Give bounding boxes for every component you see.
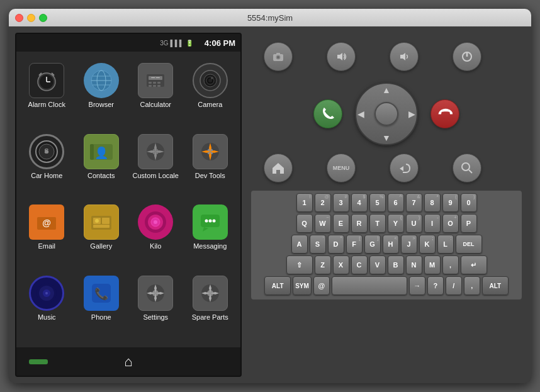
kb-c[interactable]: C <box>351 255 368 274</box>
kb-1[interactable]: 1! <box>296 193 313 212</box>
kb-n[interactable]: N <box>406 255 422 274</box>
kb-8[interactable]: 8* <box>424 193 441 212</box>
kb-4[interactable]: 4$ <box>351 193 368 212</box>
kb-o[interactable]: O+ <box>442 214 459 233</box>
kb-u[interactable]: U} <box>406 214 422 233</box>
top-control-row <box>251 36 522 77</box>
kb-l[interactable]: L: <box>437 235 454 254</box>
app-custom-locale[interactable]: Custom Locale <box>128 129 183 200</box>
kb-j[interactable]: J> <box>401 235 417 254</box>
kb-q[interactable]: Q <box>296 214 313 233</box>
power-button[interactable] <box>453 42 481 71</box>
app-label-messaging: Messaging <box>193 242 227 250</box>
call-button[interactable] <box>313 99 342 128</box>
search-button[interactable] <box>453 154 481 182</box>
app-messaging[interactable]: Messaging <box>183 199 238 271</box>
app-settings[interactable]: Settings <box>128 271 183 342</box>
kb-space[interactable] <box>332 276 407 295</box>
end-call-button[interactable] <box>430 99 459 128</box>
svg-rect-17 <box>153 85 156 87</box>
kb-p[interactable]: P <box>461 214 477 233</box>
app-dev-tools[interactable]: Dev Tools <box>183 129 238 200</box>
kb-v[interactable]: V <box>369 255 386 274</box>
kb-t[interactable]: T <box>369 214 386 233</box>
kb-h[interactable]: H< <box>383 235 399 254</box>
home-nav-button[interactable]: ⌂ <box>124 354 132 370</box>
kb-i[interactable]: I- <box>424 214 441 233</box>
app-alarm-clock[interactable]: Alarm Clock <box>20 58 74 129</box>
kb-alt-left[interactable]: ALT <box>264 276 291 295</box>
kb-fwdslash[interactable]: / <box>446 276 462 295</box>
kb-slash[interactable]: ? <box>427 276 444 295</box>
kb-alt-right[interactable]: ALT <box>482 276 509 295</box>
app-label-locale: Custom Locale <box>133 172 179 180</box>
dpad-down[interactable]: ▼ <box>382 133 391 143</box>
kb-3[interactable]: 3# <box>333 193 349 212</box>
kb-comma[interactable]: , <box>442 255 459 274</box>
app-car-home[interactable]: S Car Home <box>20 129 74 200</box>
volume-down-button[interactable] <box>390 42 419 71</box>
minimize-button[interactable] <box>27 14 35 22</box>
maximize-button[interactable] <box>39 14 47 22</box>
kb-g[interactable]: G] <box>364 235 381 254</box>
app-spare-parts[interactable]: Spare Parts <box>183 271 238 342</box>
dpad: ▲ ▼ ◀ ▶ <box>355 82 418 145</box>
kb-b[interactable]: B <box>388 255 404 274</box>
svg-text:👤: 👤 <box>94 146 109 160</box>
volume-up-button[interactable] <box>327 42 356 71</box>
kb-z[interactable]: Z <box>315 255 331 274</box>
dpad-center[interactable] <box>374 102 398 126</box>
app-browser[interactable]: Browser <box>74 58 129 129</box>
menu-button[interactable]: MENU <box>327 154 356 182</box>
menu-label: MENU <box>333 165 350 171</box>
camera-hw-button[interactable] <box>264 42 293 71</box>
dpad-left[interactable]: ◀ <box>357 109 364 119</box>
app-label-email: Email <box>38 242 55 250</box>
app-label-devtools: Dev Tools <box>195 172 225 180</box>
kb-dot[interactable]: , <box>464 276 480 295</box>
kb-7[interactable]: 7& <box>406 193 422 212</box>
close-button[interactable] <box>15 14 23 22</box>
kb-d[interactable]: D" <box>328 235 344 254</box>
kb-shift[interactable]: ⇧ <box>286 255 313 274</box>
svg-rect-14 <box>153 82 156 84</box>
kb-f[interactable]: F[ <box>346 235 363 254</box>
kb-x[interactable]: X <box>333 255 349 274</box>
svg-point-46 <box>154 220 157 224</box>
app-kilo[interactable]: Kilo <box>128 199 183 271</box>
kb-2[interactable]: 2@ <box>315 193 331 212</box>
kb-e[interactable]: E <box>333 214 349 233</box>
kb-y[interactable]: Y{ <box>388 214 404 233</box>
kb-w[interactable]: W~ <box>315 214 331 233</box>
dpad-up[interactable]: ▲ <box>382 85 391 95</box>
kb-a[interactable]: A <box>291 235 308 254</box>
app-gallery[interactable]: Gallery <box>74 199 129 271</box>
app-camera[interactable]: Camera <box>183 58 238 129</box>
kb-k[interactable]: K; <box>419 235 436 254</box>
app-phone[interactable]: 📞 Phone <box>74 271 129 342</box>
home-hw-button[interactable] <box>264 154 293 182</box>
kb-9[interactable]: 9( <box>442 193 459 212</box>
app-calculator[interactable]: — — Calculator <box>128 58 183 129</box>
kb-m[interactable]: M <box>424 255 441 274</box>
signal-3g: 3G <box>160 40 168 47</box>
app-label-calculator: Calculator <box>140 101 171 109</box>
kb-6[interactable]: 6^ <box>388 193 404 212</box>
dpad-right[interactable]: ▶ <box>408 109 415 119</box>
app-contacts[interactable]: 👤 Contacts <box>74 129 129 200</box>
kb-r[interactable]: R <box>351 214 368 233</box>
kb-s[interactable]: S' <box>310 235 326 254</box>
kb-sym[interactable]: SYM <box>293 276 312 295</box>
kb-del[interactable]: DEL <box>456 235 482 254</box>
svg-rect-65 <box>276 53 280 55</box>
svg-marker-48 <box>203 227 208 232</box>
kb-enter[interactable]: ↵ <box>461 255 487 274</box>
kb-5[interactable]: 5% <box>369 193 386 212</box>
app-email[interactable]: @ Email <box>20 199 74 271</box>
kb-row-zxcv: ⇧ Z X C V B N M , ↵ <box>255 255 518 274</box>
kb-0[interactable]: 0) <box>461 193 477 212</box>
back-button[interactable] <box>390 154 419 182</box>
kb-arrow-right[interactable]: → <box>409 276 425 295</box>
kb-at[interactable]: @ <box>313 276 330 295</box>
app-music[interactable]: Music <box>20 271 74 342</box>
